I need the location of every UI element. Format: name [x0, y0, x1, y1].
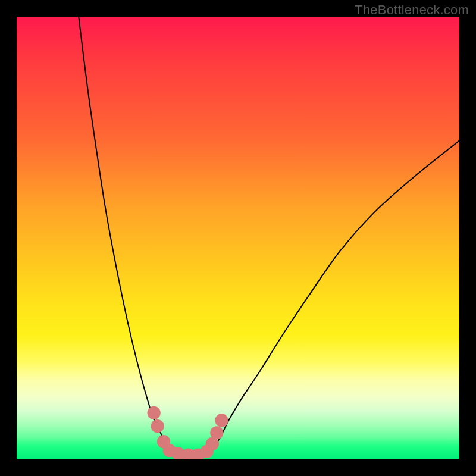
valley-marker — [215, 414, 228, 427]
watermark-label: TheBottleneck.com — [355, 2, 469, 18]
series-group — [79, 17, 459, 450]
chart-svg — [17, 17, 459, 459]
chart-outer-frame: TheBottleneck.com — [0, 0, 476, 476]
marker-group — [147, 406, 228, 459]
valley-marker — [151, 419, 164, 433]
valley-marker — [210, 426, 223, 439]
series-right-curve — [211, 140, 459, 450]
valley-marker — [147, 406, 160, 419]
plot-area — [17, 17, 459, 459]
series-left-curve — [79, 17, 171, 450]
